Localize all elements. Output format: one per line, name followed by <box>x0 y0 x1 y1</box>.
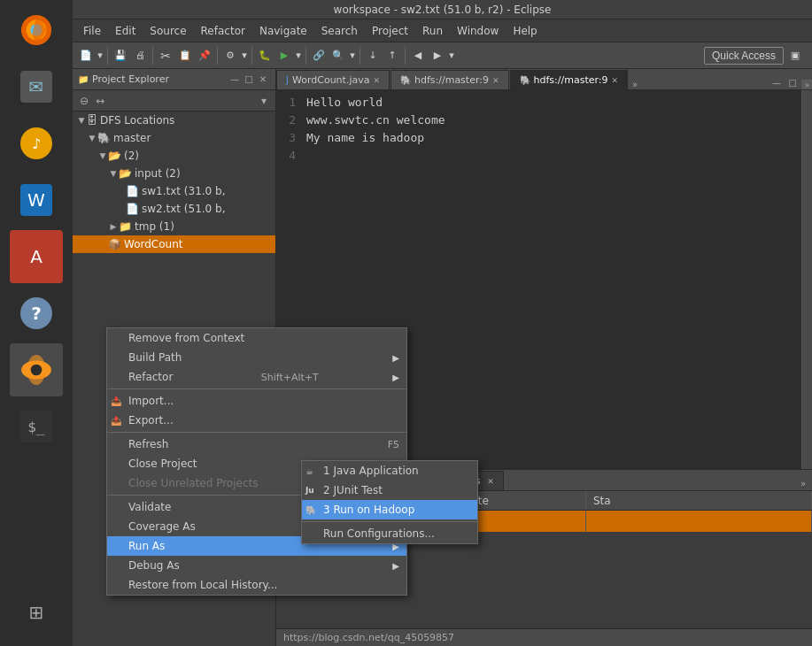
tree-item-dfs[interactable]: ▼ 🗄 DFS Locations <box>73 112 275 129</box>
sidebar-icon-writer[interactable]: W <box>10 173 63 227</box>
menu-edit[interactable]: Edit <box>108 21 143 41</box>
toolbar-search[interactable]: 🔍 <box>329 46 348 65</box>
export-icon: 📤 <box>111 416 121 426</box>
toolbar-back[interactable]: ◀ <box>408 46 428 65</box>
tab-hdfs1[interactable]: 🐘 hdfs://master:9 ✕ <box>391 70 509 89</box>
wordcount-icon: 📦 <box>108 238 121 250</box>
sidebar-icon-grid[interactable]: ⊞ <box>10 586 63 639</box>
toolbar-profile-dropdown[interactable]: ▾ <box>240 46 249 65</box>
java-app-icon: ☕ <box>305 466 313 476</box>
tab-close-hdfs2[interactable]: ✕ <box>612 76 619 85</box>
menu-refresh[interactable]: Refresh F5 <box>107 435 406 454</box>
editor-maximize-btn[interactable]: □ <box>785 75 800 89</box>
quick-access-button[interactable]: Quick Access <box>704 47 784 65</box>
tab-close-java[interactable]: ✕ <box>373 76 380 85</box>
menu-remove-from-context[interactable]: Remove from Context <box>107 328 406 348</box>
run-as-label: Run As <box>128 540 165 552</box>
toolbar-new-dropdown[interactable]: ▾ <box>96 46 104 65</box>
menu-source[interactable]: Source <box>143 21 193 41</box>
tree-item-sw2[interactable]: 📄 sw2.txt (51.0 b, <box>73 200 275 218</box>
junit-icon: Ju <box>305 486 314 495</box>
menu-navigate[interactable]: Navigate <box>252 21 314 41</box>
menu-import[interactable]: 📥 Import... <box>107 391 406 411</box>
refactor-arrow: ▶ <box>392 373 399 382</box>
tab-hdfs2[interactable]: 🐘 hdfs://master:9 ✕ <box>510 70 629 89</box>
submenu-run-hadoop[interactable]: 🐘 3 Run on Hadoop <box>302 500 477 519</box>
build-path-label: Build Path <box>128 351 182 364</box>
toolbar-external[interactable]: 🔗 <box>309 46 329 65</box>
toolbar-run-dropdown[interactable]: ▾ <box>294 46 303 65</box>
code-line-3: 3 My name is hadoop <box>276 129 801 147</box>
toolbar-run[interactable]: ▶ <box>275 46 294 65</box>
sidebar-icon-firefox[interactable] <box>10 4 63 57</box>
menu-bar: File Edit Source Refactor Navigate Searc… <box>73 19 812 42</box>
panel-minimize-btn[interactable]: — <box>228 73 242 87</box>
menu-debug-as[interactable]: Debug As ▶ <box>107 556 406 575</box>
panel-close-btn[interactable]: ✕ <box>256 73 270 87</box>
explorer-menu-btn[interactable]: ▾ <box>256 93 272 109</box>
editor-minimize-btn[interactable]: — <box>769 75 784 89</box>
menu-help[interactable]: Help <box>506 21 544 41</box>
expand-arrow-input: ▼ <box>108 169 119 178</box>
expand-arrow-dfs: ▼ <box>76 116 87 125</box>
collapse-all-btn[interactable]: ⊖ <box>76 93 92 109</box>
link-with-editor-btn[interactable]: ↔ <box>92 93 108 109</box>
toolbar-up[interactable]: ↑ <box>383 46 402 65</box>
tree-item-wordcount[interactable]: 📦 WordCount <box>73 235 275 253</box>
tmp-icon: 📁 <box>119 220 132 233</box>
menu-build-path[interactable]: Build Path ▶ <box>107 348 406 367</box>
toolbar-forward[interactable]: ▶ <box>428 46 447 65</box>
tree-label-input: input (2) <box>135 167 181 180</box>
submenu-junit[interactable]: Ju 2 JUnit Test <box>302 481 477 500</box>
tab-close-hdfs1[interactable]: ✕ <box>492 76 499 85</box>
submenu-run-configs[interactable]: Run Configurations... <box>302 524 477 543</box>
menu-divider-2 <box>107 432 406 433</box>
tab-overflow[interactable]: » <box>632 80 638 89</box>
toolbar-maximize[interactable]: ▣ <box>785 46 805 65</box>
menu-file[interactable]: File <box>76 21 108 41</box>
tree-item-input[interactable]: ▼ 📂 input (2) <box>73 165 275 182</box>
toolbar-save[interactable]: 💾 <box>111 46 130 65</box>
menu-window[interactable]: Window <box>450 21 506 41</box>
sidebar-icon-eclipse[interactable] <box>10 343 63 396</box>
bottom-overflow-btn[interactable]: » <box>796 476 810 490</box>
tree-item-2[interactable]: ▼ 📂 (2) <box>73 147 275 165</box>
coverage-as-label: Coverage As <box>128 520 196 533</box>
menu-refactor[interactable]: Refactor <box>194 21 252 41</box>
menu-restore-history[interactable]: Restore from Local History... <box>107 575 406 595</box>
cell-sta <box>586 511 812 532</box>
menu-refactor[interactable]: Refactor Shift+Alt+T ▶ <box>107 367 406 387</box>
col-sta: Sta <box>586 491 812 510</box>
toolbar-next[interactable]: ↓ <box>363 46 383 65</box>
tab-close-mapreduce[interactable]: ✕ <box>487 477 494 486</box>
toolbar-debug[interactable]: 🐛 <box>255 46 275 65</box>
menu-project[interactable]: Project <box>365 21 415 41</box>
menu-search[interactable]: Search <box>314 21 365 41</box>
panel-maximize-btn[interactable]: □ <box>242 73 256 87</box>
toolbar-copy[interactable]: 📋 <box>175 46 195 65</box>
line-num-3: 3 <box>276 129 303 147</box>
sidebar-icon-music[interactable]: ♪ <box>10 117 63 170</box>
sidebar-icon-terminal[interactable]: $_ <box>10 400 63 453</box>
sidebar-icon-help[interactable]: ? <box>10 287 63 340</box>
toolbar-forward-dropdown[interactable]: ▾ <box>447 46 456 65</box>
tree-item-sw1[interactable]: 📄 sw1.txt (31.0 b, <box>73 182 275 200</box>
tree-item-master[interactable]: ▼ 🐘 master <box>73 129 275 147</box>
code-text-4 <box>303 147 306 165</box>
sidebar-icon-appstore[interactable]: A <box>10 230 63 283</box>
toolbar-cut[interactable]: ✂ <box>156 46 175 65</box>
sidebar-icon-email[interactable]: ✉ <box>10 60 63 113</box>
toolbar-paste[interactable]: 📌 <box>195 46 214 65</box>
expand-arrow-2: ▼ <box>97 151 108 160</box>
menu-run[interactable]: Run <box>415 21 450 41</box>
tree-item-tmp[interactable]: ▶ 📁 tmp (1) <box>73 218 275 235</box>
toolbar-new[interactable]: 📄 <box>76 46 96 65</box>
svg-point-5 <box>31 365 43 376</box>
submenu-java-app[interactable]: ☕ 1 Java Application <box>302 461 477 481</box>
menu-export[interactable]: 📤 Export... <box>107 411 406 430</box>
toolbar-search-dropdown[interactable]: ▾ <box>348 46 357 65</box>
toolbar-print[interactable]: 🖨 <box>130 46 150 65</box>
toolbar-profile[interactable]: ⚙ <box>220 46 240 65</box>
editor-overflow-indicator: » <box>801 80 812 89</box>
tab-wordcount-java[interactable]: J WordCount.java ✕ <box>276 70 390 89</box>
